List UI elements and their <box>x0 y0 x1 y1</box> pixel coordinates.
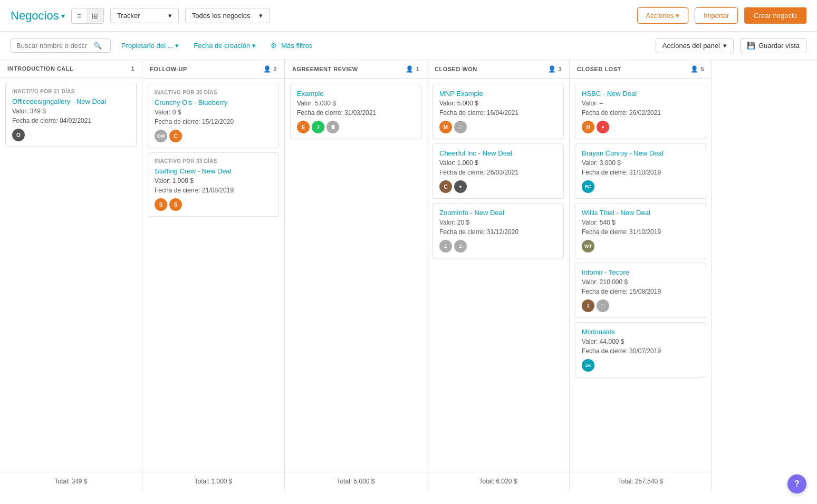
avatar: E <box>297 121 310 133</box>
panel-actions-chevron-icon: ▾ <box>723 42 727 50</box>
col-footer-intro_call: Total: 349 $ <box>0 472 142 490</box>
avatar: ● <box>597 121 609 133</box>
col-cards-closed_lost: HSBC - New DealValor: –Fecha de cierre: … <box>570 79 712 472</box>
card-closed_lost-1: Brayan Conroy - New DealValor: 3.000 $Fe… <box>575 143 706 199</box>
avatar: JA <box>582 359 594 372</box>
col-count-num-closed_won: 3 <box>558 66 562 72</box>
col-footer-closed_won: Total: 6.020 $ <box>427 472 569 490</box>
card-inactive-label: INACTIVO POR 33 DÍAS <box>155 158 272 164</box>
col-footer-closed_lost: Total: 257.540 $ <box>570 472 712 490</box>
person-icon: 👤 <box>690 65 699 73</box>
col-header-closed_won: CLOSED WON 👤 3 <box>427 60 569 79</box>
card-date: Fecha de cierre: 31/03/2021 <box>297 109 415 117</box>
card-value: Valor: 44.000 $ <box>582 338 699 345</box>
card-date: Fecha de cierre: 16/04/2021 <box>439 109 557 117</box>
col-title-intro_call: INTRODUCTION CALL <box>7 65 73 72</box>
card-closed_won-2: ZoomInfo - New DealValor: 20 $Fecha de c… <box>432 203 564 258</box>
avatar: ● <box>454 180 467 193</box>
card-closed_won-1: Cheerful Inc - New DealValor: 1.000 $Fec… <box>432 143 564 199</box>
importar-button[interactable]: Importar <box>695 7 738 24</box>
app-title-chevron[interactable]: ▾ <box>61 12 65 20</box>
top-bar: Negocios ▾ ≡ ⊞ Tracker ▾ Todos los negoc… <box>0 0 817 32</box>
tracker-dropdown[interactable]: Tracker ▾ <box>110 8 179 23</box>
panel-actions-label: Acciones del panel <box>662 42 720 50</box>
save-view-label: Guardar vista <box>758 42 800 50</box>
col-cards-agreement_review: ExampleValor: 5.000 $Fecha de cierre: 31… <box>285 79 427 472</box>
card-title[interactable]: Infomir - Tecore <box>582 268 699 276</box>
col-count-closed_won: 👤 3 <box>548 65 562 73</box>
col-count-intro_call: 1 <box>131 65 134 72</box>
card-closed_won-0: MNP ExampleValor: 5.000 $Fecha de cierre… <box>432 84 564 139</box>
card-intro_call-0: INACTIVO POR 21 DÍASOfficedesigngallery … <box>5 83 137 147</box>
col-count-closed_lost: 👤 5 <box>690 65 704 73</box>
col-count-num-closed_lost: 5 <box>700 66 704 72</box>
avatar: WT <box>582 240 594 253</box>
card-title[interactable]: Example <box>297 90 415 98</box>
card-value: Valor: 540 $ <box>582 219 699 226</box>
col-count-num-intro_call: 1 <box>131 65 134 72</box>
search-input[interactable] <box>16 42 90 50</box>
view-toggle: ≡ ⊞ <box>71 8 104 24</box>
kanban-col-follow_up: FOLLOW-UP 👤 2 INACTIVO POR 35 DÍASCrunch… <box>142 60 285 490</box>
card-avatars: WT <box>582 240 699 253</box>
card-title[interactable]: HSBC - New Deal <box>582 90 699 98</box>
person-icon: 👤 <box>548 65 556 73</box>
card-value: Valor: 0 $ <box>155 109 272 116</box>
list-view-button[interactable]: ≡ <box>72 8 86 23</box>
importar-label: Importar <box>704 12 729 20</box>
col-cards-follow_up: INACTIVO POR 35 DÍASCrunchy O's - Bluebe… <box>142 79 284 472</box>
col-header-follow_up: FOLLOW-UP 👤 2 <box>142 60 284 79</box>
acciones-button[interactable]: Acciones ▾ <box>637 7 688 24</box>
card-closed_lost-2: Willis Thiel - New DealValor: 540 $Fecha… <box>575 203 706 258</box>
card-title[interactable]: Staffing Crew - New Deal <box>155 167 272 175</box>
card-title[interactable]: ZoomInfo - New Deal <box>439 209 557 217</box>
todos-dropdown[interactable]: Todos los negocios ▾ <box>185 8 270 23</box>
card-title[interactable]: Crunchy O's - Blueberry <box>155 99 272 106</box>
card-title[interactable]: Brayan Conroy - New Deal <box>582 149 699 157</box>
card-avatars: C● <box>439 180 557 193</box>
panel-actions-button[interactable]: Acciones del panel ▾ <box>656 38 734 53</box>
propietario-filter-button[interactable]: Propietario del ... ▾ <box>117 39 183 52</box>
help-label: ? <box>794 479 800 489</box>
card-value: Valor: 20 $ <box>439 219 557 226</box>
card-avatars: H● <box>582 121 699 133</box>
avatar: 🗑 <box>326 121 339 133</box>
col-title-closed_lost: CLOSED LOST <box>577 66 621 72</box>
card-date: Fecha de cierre: 26/02/2021 <box>582 109 699 117</box>
card-closed_lost-4: McdonaldsValor: 44.000 $Fecha de cierre:… <box>575 322 706 377</box>
card-title[interactable]: Cheerful Inc - New Deal <box>439 149 557 157</box>
app-title[interactable]: Negocios ▾ <box>11 9 65 23</box>
col-count-num-follow_up: 2 <box>273 66 277 72</box>
avatar: Z <box>439 240 452 253</box>
help-button[interactable]: ? <box>787 474 806 490</box>
acciones-label: Acciones <box>646 12 674 20</box>
card-follow_up-0: INACTIVO POR 35 DÍASCrunchy O's - Bluebe… <box>148 84 279 148</box>
card-title[interactable]: Mcdonalds <box>582 328 699 336</box>
grid-view-button[interactable]: ⊞ <box>86 8 103 23</box>
card-value: Valor: 210.000 $ <box>582 278 699 286</box>
fecha-chevron-icon: ▾ <box>252 42 256 50</box>
fecha-filter-button[interactable]: Fecha de creación ▾ <box>189 39 260 52</box>
avatar: I <box>582 299 594 312</box>
col-header-agreement_review: AGREEMENT REVIEW 👤 1 <box>285 60 427 79</box>
kanban-col-agreement_review: AGREEMENT REVIEW 👤 1 ExampleValor: 5.000… <box>285 60 427 490</box>
card-title[interactable]: Willis Thiel - New Deal <box>582 209 699 217</box>
avatar: S <box>155 198 167 211</box>
card-date: Fecha de cierre: 31/12/2020 <box>439 228 557 236</box>
save-view-button[interactable]: 💾 Guardar vista <box>740 38 806 53</box>
mas-filtros-button[interactable]: ⚙ Más filtros <box>266 39 316 52</box>
card-agreement_review-0: ExampleValor: 5.000 $Fecha de cierre: 31… <box>290 84 421 139</box>
col-count-follow_up: 👤 2 <box>263 65 277 73</box>
propietario-label: Propietario del ... <box>121 42 173 50</box>
avatar: □ <box>597 299 609 312</box>
card-title[interactable]: Officedesigngallery - New Deal <box>12 98 130 105</box>
fecha-label: Fecha de creación <box>194 42 250 50</box>
kanban-col-intro_call: INTRODUCTION CALL 1 INACTIVO POR 21 DÍAS… <box>0 60 142 490</box>
col-footer-follow_up: Total: 1.000 $ <box>142 472 284 490</box>
card-follow_up-1: INACTIVO POR 33 DÍASStaffing Crew - New … <box>148 152 279 217</box>
crear-negocio-button[interactable]: Crear negocio <box>744 7 806 24</box>
avatar: BC <box>582 180 594 193</box>
card-title[interactable]: MNP Example <box>439 90 557 98</box>
search-box[interactable]: 🔍 <box>11 38 111 53</box>
col-title-closed_won: CLOSED WON <box>435 66 477 72</box>
